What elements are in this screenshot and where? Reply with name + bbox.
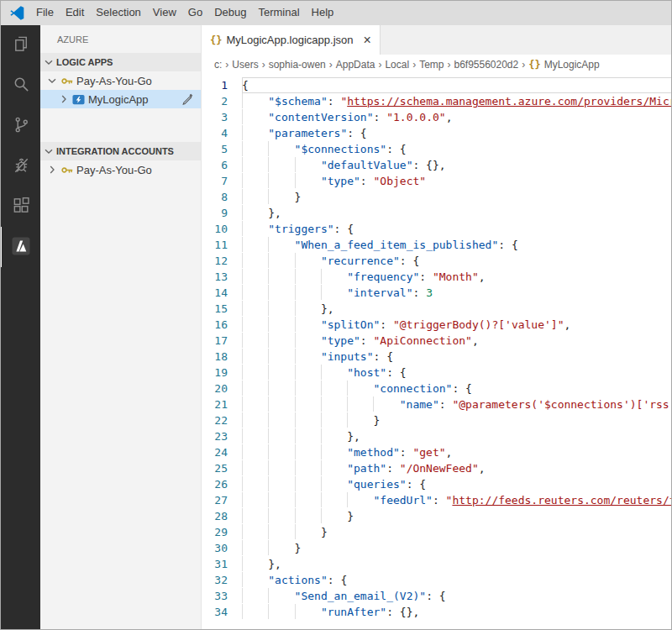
line-number[interactable]: 33 bbox=[202, 588, 242, 604]
line-number[interactable]: 4 bbox=[202, 125, 242, 141]
line-number[interactable]: 20 bbox=[202, 381, 242, 396]
line-content[interactable]: "feedUrl": "http://feeds.reuters.com/reu… bbox=[242, 492, 672, 508]
code-line-13[interactable]: 13"frequency": "Month", bbox=[202, 269, 672, 285]
line-number[interactable]: 3 bbox=[202, 109, 242, 125]
code-line-2[interactable]: 2"$schema": "https://schema.management.a… bbox=[202, 93, 672, 109]
breadcrumb-item-b6f9556020d2[interactable]: b6f9556020d2 bbox=[454, 59, 518, 71]
code-line-16[interactable]: 16"splitOn": "@triggerBody()?['value']", bbox=[202, 317, 672, 333]
line-number[interactable]: 9 bbox=[202, 205, 242, 221]
code-line-9[interactable]: 9}, bbox=[202, 205, 672, 221]
activity-bar-item-source-control[interactable] bbox=[0, 106, 40, 146]
line-number[interactable]: 18 bbox=[202, 349, 242, 365]
line-content[interactable]: "When_a_feed_item_is_published": { bbox=[242, 237, 672, 253]
line-number[interactable]: 24 bbox=[202, 444, 242, 460]
line-number[interactable]: 7 bbox=[202, 173, 242, 189]
line-content[interactable]: "path": "/OnNewFeed", bbox=[242, 460, 672, 476]
code-line-23[interactable]: 23}, bbox=[202, 428, 672, 444]
code-line-4[interactable]: 4"parameters": { bbox=[202, 125, 672, 141]
chevron-right-icon[interactable] bbox=[57, 92, 71, 106]
line-number[interactable]: 26 bbox=[202, 476, 242, 492]
line-number[interactable]: 34 bbox=[202, 604, 242, 620]
line-number[interactable]: 6 bbox=[202, 157, 242, 173]
line-number[interactable]: 8 bbox=[202, 189, 242, 205]
code-line-28[interactable]: 28} bbox=[202, 508, 672, 524]
line-content[interactable]: "type": "ApiConnection", bbox=[242, 333, 672, 349]
line-number[interactable]: 13 bbox=[202, 269, 242, 285]
menu-item-help[interactable]: Help bbox=[306, 0, 340, 25]
line-number[interactable]: 32 bbox=[202, 572, 242, 588]
breadcrumb-item-local[interactable]: Local bbox=[385, 59, 409, 71]
menu-item-view[interactable]: View bbox=[147, 0, 182, 25]
line-number[interactable]: 31 bbox=[202, 556, 242, 572]
code-line-21[interactable]: 21"name": "@parameters('$connections')['… bbox=[202, 396, 672, 412]
activity-bar-item-debug[interactable] bbox=[0, 146, 40, 186]
line-content[interactable]: "method": "get", bbox=[242, 444, 672, 460]
line-number[interactable]: 23 bbox=[202, 428, 242, 444]
line-content[interactable]: "runAfter": {}, bbox=[242, 604, 672, 620]
code-editor[interactable]: 1{2"$schema": "https://schema.management… bbox=[202, 75, 672, 630]
line-number[interactable]: 11 bbox=[202, 237, 242, 253]
line-content[interactable]: }, bbox=[242, 556, 672, 572]
menu-item-file[interactable]: File bbox=[30, 0, 60, 25]
line-content[interactable]: } bbox=[242, 189, 672, 205]
line-number[interactable]: 2 bbox=[202, 93, 242, 109]
breadcrumb-item-users[interactable]: Users bbox=[232, 59, 258, 71]
line-content[interactable]: "frequency": "Month", bbox=[242, 269, 672, 285]
line-number[interactable]: 30 bbox=[202, 540, 242, 556]
code-line-30[interactable]: 30} bbox=[202, 540, 672, 556]
line-number[interactable]: 22 bbox=[202, 412, 242, 428]
line-content[interactable]: } bbox=[242, 508, 672, 524]
line-content[interactable]: "interval": 3 bbox=[242, 285, 672, 301]
line-number[interactable]: 19 bbox=[202, 365, 242, 381]
chevron-right-icon[interactable] bbox=[45, 163, 59, 176]
line-content[interactable]: }, bbox=[242, 428, 672, 444]
line-content[interactable]: "connection": { bbox=[242, 381, 672, 396]
tree-item-mylogicapp[interactable]: MyLogicApp bbox=[40, 90, 201, 108]
line-content[interactable]: "$schema": "https://schema.management.az… bbox=[242, 93, 672, 109]
line-content[interactable]: } bbox=[242, 540, 672, 556]
line-content[interactable]: "$connections": { bbox=[242, 141, 672, 157]
line-number[interactable]: 28 bbox=[202, 508, 242, 524]
code-line-22[interactable]: 22} bbox=[202, 412, 672, 428]
code-line-29[interactable]: 29} bbox=[202, 524, 672, 540]
activity-bar-item-extensions[interactable] bbox=[0, 186, 40, 227]
breadcrumb-item-appdata[interactable]: AppData bbox=[336, 59, 375, 71]
menu-item-terminal[interactable]: Terminal bbox=[252, 0, 305, 25]
line-content[interactable]: "queries": { bbox=[242, 476, 672, 492]
code-line-33[interactable]: 33"Send_an_email_(V2)": { bbox=[202, 588, 672, 604]
code-line-11[interactable]: 11"When_a_feed_item_is_published": { bbox=[202, 237, 672, 253]
code-line-31[interactable]: 31}, bbox=[202, 556, 672, 572]
line-number[interactable]: 1 bbox=[202, 77, 242, 93]
menu-item-debug[interactable]: Debug bbox=[208, 0, 252, 25]
line-content[interactable]: "parameters": { bbox=[242, 125, 672, 141]
breadcrumb-item-mylogicapp[interactable]: {}MyLogicApp bbox=[528, 59, 600, 71]
code-line-34[interactable]: 34"runAfter": {}, bbox=[202, 604, 672, 620]
code-line-32[interactable]: 32"actions": { bbox=[202, 572, 672, 588]
line-content[interactable]: "name": "@parameters('$connections')['rs… bbox=[242, 396, 672, 412]
line-number[interactable]: 29 bbox=[202, 524, 242, 540]
section-header-logic-apps[interactable]: LOGIC APPS bbox=[40, 53, 201, 71]
menu-item-edit[interactable]: Edit bbox=[60, 0, 90, 25]
line-number[interactable]: 21 bbox=[202, 396, 242, 412]
code-line-12[interactable]: 12"recurrence": { bbox=[202, 253, 672, 269]
line-content[interactable]: "splitOn": "@triggerBody()?['value']", bbox=[242, 317, 672, 333]
section-header-integration-accounts[interactable]: INTEGRATION ACCOUNTS bbox=[40, 142, 201, 160]
code-line-24[interactable]: 24"method": "get", bbox=[202, 444, 672, 460]
line-content[interactable]: }, bbox=[242, 301, 672, 317]
code-line-27[interactable]: 27"feedUrl": "http://feeds.reuters.com/r… bbox=[202, 492, 672, 508]
line-content[interactable]: "triggers": { bbox=[242, 221, 672, 237]
line-number[interactable]: 12 bbox=[202, 253, 242, 269]
line-content[interactable]: "type": "Object" bbox=[242, 173, 672, 189]
code-line-1[interactable]: 1{ bbox=[202, 77, 672, 93]
code-line-14[interactable]: 14"interval": 3 bbox=[202, 285, 672, 301]
breadcrumb-item-temp[interactable]: Temp bbox=[419, 59, 444, 71]
line-number[interactable]: 17 bbox=[202, 333, 242, 349]
line-content[interactable]: "Send_an_email_(V2)": { bbox=[242, 588, 672, 604]
code-line-7[interactable]: 7"type": "Object" bbox=[202, 173, 672, 189]
line-number[interactable]: 27 bbox=[202, 492, 242, 508]
menu-item-go[interactable]: Go bbox=[182, 0, 208, 25]
line-content[interactable]: "defaultValue": {}, bbox=[242, 157, 672, 173]
line-content[interactable]: "inputs": { bbox=[242, 349, 672, 365]
code-line-17[interactable]: 17"type": "ApiConnection", bbox=[202, 333, 672, 349]
breadcrumb-item-c[interactable]: c: bbox=[214, 59, 222, 71]
